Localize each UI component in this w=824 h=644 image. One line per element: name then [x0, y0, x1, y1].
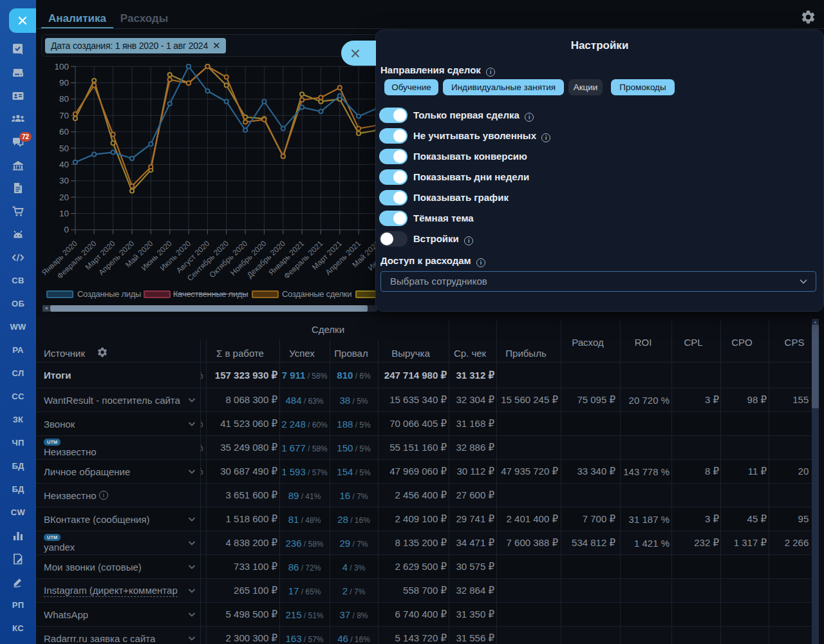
svg-text:60: 60	[59, 127, 69, 137]
svg-text:100: 100	[54, 62, 69, 71]
svg-text:80: 80	[59, 94, 69, 104]
svg-text:10: 10	[59, 209, 69, 218]
svg-text:70: 70	[59, 111, 69, 120]
svg-text:90: 90	[59, 78, 69, 88]
svg-text:20: 20	[59, 193, 69, 202]
svg-text:0: 0	[64, 225, 69, 234]
svg-text:50: 50	[59, 144, 69, 153]
svg-text:40: 40	[59, 160, 69, 169]
svg-text:30: 30	[59, 176, 69, 185]
